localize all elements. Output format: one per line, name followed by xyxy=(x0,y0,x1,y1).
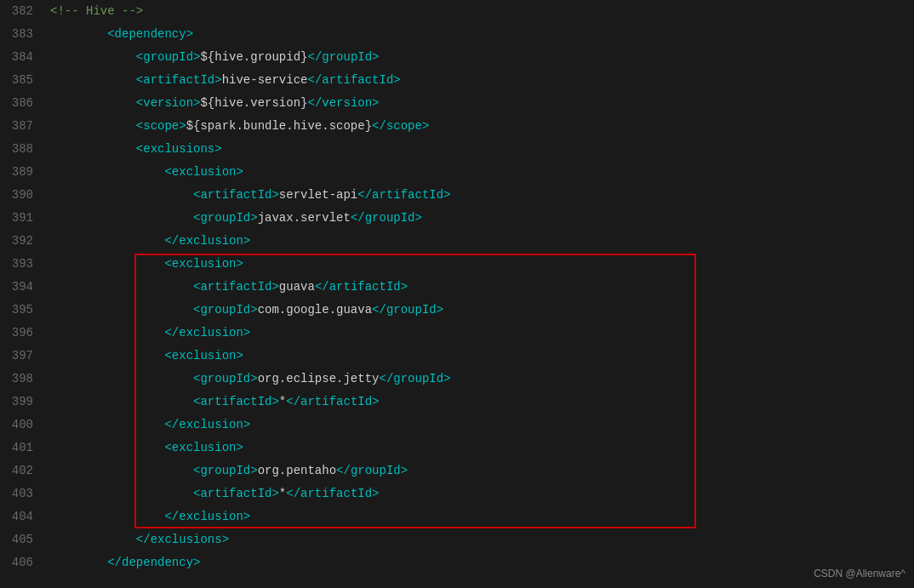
line-content: <artifactId>*</artifactId> xyxy=(47,482,914,505)
line-number: 402 xyxy=(0,460,47,482)
line-content: <groupId>javax.servlet</groupId> xyxy=(47,207,914,230)
line-number: 397 xyxy=(0,345,47,368)
line-number: 393 xyxy=(0,253,47,276)
line-content: <exclusion> xyxy=(47,253,914,276)
table-row: 385 <artifactId>hive-service</artifactId… xyxy=(0,69,914,92)
line-content: <artifactId>hive-service</artifactId> xyxy=(47,69,914,92)
line-content: <exclusions> xyxy=(47,138,914,161)
line-content: </exclusions> xyxy=(47,528,914,551)
line-number: 384 xyxy=(0,46,47,69)
line-content: <artifactId>servlet-api</artifactId> xyxy=(47,184,914,207)
table-row: 400 </exclusion> xyxy=(0,414,914,437)
line-number: 391 xyxy=(0,207,47,230)
line-content: </exclusion> xyxy=(47,230,914,253)
line-content: <groupId>${hive.groupid}</groupId> xyxy=(47,46,914,69)
table-row: 391 <groupId>javax.servlet</groupId> xyxy=(0,207,914,230)
table-row: 399 <artifactId>*</artifactId> xyxy=(0,391,914,414)
line-number: 396 xyxy=(0,322,47,345)
table-row: 393 <exclusion> xyxy=(0,253,914,276)
line-number: 398 xyxy=(0,368,47,391)
table-row: 386 <version>${hive.version}</version> xyxy=(0,92,914,115)
line-number: 382 xyxy=(0,0,47,23)
table-row: 395 <groupId>com.google.guava</groupId> xyxy=(0,299,914,322)
line-content: <artifactId>guava</artifactId> xyxy=(47,276,914,299)
line-number: 392 xyxy=(0,230,47,253)
table-row: 389 <exclusion> xyxy=(0,161,914,184)
line-number: 406 xyxy=(0,551,47,574)
code-table: 382<!-- Hive -->383 <dependency>384 <gro… xyxy=(0,0,914,574)
line-content: <scope>${spark.bundle.hive.scope}</scope… xyxy=(47,115,914,138)
table-row: 382<!-- Hive --> xyxy=(0,0,914,23)
line-number: 399 xyxy=(0,391,47,414)
table-row: 394 <artifactId>guava</artifactId> xyxy=(0,276,914,299)
line-number: 388 xyxy=(0,138,47,161)
line-number: 386 xyxy=(0,92,47,115)
line-number: 390 xyxy=(0,184,47,207)
code-editor: 382<!-- Hive -->383 <dependency>384 <gro… xyxy=(0,0,914,588)
line-content: <groupId>org.pentaho</groupId> xyxy=(47,460,914,482)
line-number: 385 xyxy=(0,69,47,92)
table-row: 404 </exclusion> xyxy=(0,505,914,528)
table-row: 388 <exclusions> xyxy=(0,138,914,161)
table-row: 397 <exclusion> xyxy=(0,345,914,368)
table-row: 387 <scope>${spark.bundle.hive.scope}</s… xyxy=(0,115,914,138)
line-number: 405 xyxy=(0,528,47,551)
line-content: <artifactId>*</artifactId> xyxy=(47,391,914,414)
line-content: <groupId>org.eclipse.jetty</groupId> xyxy=(47,368,914,391)
line-number: 401 xyxy=(0,437,47,460)
line-number: 403 xyxy=(0,482,47,505)
line-number: 387 xyxy=(0,115,47,138)
table-row: 405 </exclusions> xyxy=(0,528,914,551)
line-content: <dependency> xyxy=(47,23,914,46)
line-content: </exclusion> xyxy=(47,322,914,345)
table-row: 396 </exclusion> xyxy=(0,322,914,345)
line-content: </exclusion> xyxy=(47,414,914,437)
watermark-text: CSDN @Alienware^ xyxy=(814,568,905,579)
line-number: 394 xyxy=(0,276,47,299)
line-content: <groupId>com.google.guava</groupId> xyxy=(47,299,914,322)
line-number: 400 xyxy=(0,414,47,437)
table-row: 402 <groupId>org.pentaho</groupId> xyxy=(0,460,914,482)
table-row: 390 <artifactId>servlet-api</artifactId> xyxy=(0,184,914,207)
line-content: </exclusion> xyxy=(47,505,914,528)
table-row: 401 <exclusion> xyxy=(0,437,914,460)
line-number: 389 xyxy=(0,161,47,184)
table-row: 384 <groupId>${hive.groupid}</groupId> xyxy=(0,46,914,69)
line-content: <exclusion> xyxy=(47,437,914,460)
line-content: </dependency> xyxy=(47,551,914,574)
line-content: <exclusion> xyxy=(47,161,914,184)
line-content: <exclusion> xyxy=(47,345,914,368)
table-row: 383 <dependency> xyxy=(0,23,914,46)
line-content: <version>${hive.version}</version> xyxy=(47,92,914,115)
line-number: 395 xyxy=(0,299,47,322)
table-row: 392 </exclusion> xyxy=(0,230,914,253)
line-number: 383 xyxy=(0,23,47,46)
table-row: 398 <groupId>org.eclipse.jetty</groupId> xyxy=(0,368,914,391)
line-number: 404 xyxy=(0,505,47,528)
table-row: 406 </dependency> xyxy=(0,551,914,574)
table-row: 403 <artifactId>*</artifactId> xyxy=(0,482,914,505)
line-content: <!-- Hive --> xyxy=(47,0,914,23)
